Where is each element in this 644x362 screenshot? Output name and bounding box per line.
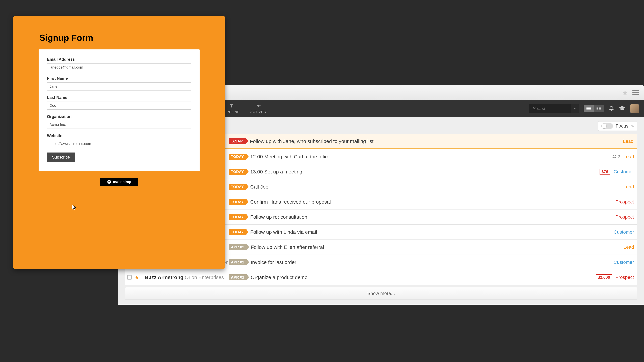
status-badge: Customer xyxy=(614,260,634,265)
row-description: Follow up with Jane, who subscribed to y… xyxy=(250,138,623,144)
row-description: Follow up with Ellen after referral xyxy=(251,244,624,250)
row-meta: Prospect xyxy=(616,214,634,220)
focus-toggle[interactable] xyxy=(601,123,613,129)
funnel-icon xyxy=(229,103,234,109)
svg-rect-8 xyxy=(596,108,598,109)
row-description: 12:00 Meeting with Carl at the office xyxy=(250,154,612,160)
date-badge: TODAY xyxy=(228,169,246,175)
status-badge: Lead xyxy=(624,184,634,190)
show-more-button[interactable]: Show more... xyxy=(125,287,637,300)
date-badge: TODAY xyxy=(228,199,246,205)
view-list-button[interactable] xyxy=(584,105,594,112)
date-badge: APR 02 xyxy=(228,244,247,250)
row-meta: Lead xyxy=(623,139,634,144)
row-meta: Lead xyxy=(624,184,634,190)
svg-point-1 xyxy=(108,181,109,182)
search-dropdown-toggle[interactable]: ▾ xyxy=(571,104,578,113)
svg-point-14 xyxy=(615,155,616,156)
amount-tag: $2,000 xyxy=(596,274,612,280)
row-description: 13:00 Set up a meeting xyxy=(250,169,600,175)
row-description: Confirm Hans received our proposal xyxy=(250,199,615,205)
status-badge: Prospect xyxy=(616,275,634,280)
website-label: Website xyxy=(47,133,191,138)
status-badge: Customer xyxy=(614,169,634,174)
date-badge: APR 02 xyxy=(228,274,247,280)
svg-rect-12 xyxy=(599,109,601,110)
bell-icon[interactable] xyxy=(609,105,614,112)
hamburger-menu-icon[interactable] xyxy=(632,90,639,95)
people-count-icon: 2 xyxy=(612,154,620,159)
row-description: Organize a product demo xyxy=(251,275,596,280)
status-badge: Customer xyxy=(614,229,634,235)
tab-activity[interactable]: ACTIVITY xyxy=(245,100,272,117)
focus-control: Focus ✎ xyxy=(598,121,637,131)
row-description: Call Joe xyxy=(250,184,624,190)
last-name-label: Last Name xyxy=(47,95,191,100)
status-badge: Lead xyxy=(624,245,634,250)
row-meta: Prospect xyxy=(616,199,634,205)
mouse-cursor-icon xyxy=(72,204,76,211)
view-toggle xyxy=(584,105,604,112)
svg-rect-5 xyxy=(586,108,591,109)
email-field[interactable] xyxy=(47,63,191,71)
amount-tag: $76 xyxy=(600,169,610,175)
signup-title: Signup Form xyxy=(40,33,225,43)
organization-label: Organization xyxy=(47,114,191,119)
star-icon[interactable]: ★ xyxy=(134,274,140,281)
pulse-icon xyxy=(256,103,261,109)
date-badge: TODAY xyxy=(228,214,246,220)
status-badge: Lead xyxy=(624,154,634,159)
row-meta: Lead xyxy=(624,245,634,250)
svg-point-13 xyxy=(613,155,614,156)
search-box: ▾ xyxy=(529,104,578,113)
signup-form-panel: Signup Form Email Address First Name Las… xyxy=(14,16,225,269)
first-name-field[interactable] xyxy=(47,82,191,90)
row-meta: Customer xyxy=(614,229,634,235)
svg-rect-6 xyxy=(586,109,591,110)
row-name: Buzz ArmstrongOrion Enterprises xyxy=(145,275,228,280)
search-input[interactable] xyxy=(529,106,571,111)
first-name-label: First Name xyxy=(47,76,191,81)
avatar[interactable] xyxy=(630,104,639,113)
date-badge: APR 02 xyxy=(228,259,247,265)
svg-rect-9 xyxy=(596,109,598,110)
row-meta: 2Lead xyxy=(612,154,634,159)
website-field[interactable] xyxy=(47,140,191,148)
stream-row[interactable]: ★Buzz ArmstrongOrion EnterprisesAPR 02Or… xyxy=(125,270,637,285)
date-badge: ASAP xyxy=(229,138,246,144)
graduation-cap-icon[interactable] xyxy=(619,105,625,112)
status-badge: Prospect xyxy=(616,199,634,205)
row-meta: $76Customer xyxy=(600,169,634,175)
mailchimp-badge: mailchimp xyxy=(100,178,138,186)
pencil-icon[interactable]: ✎ xyxy=(631,124,634,128)
status-badge: Prospect xyxy=(616,214,634,220)
row-meta: Customer xyxy=(614,260,634,265)
row-description: Follow up with Linda via email xyxy=(250,229,614,235)
svg-rect-11 xyxy=(599,108,601,109)
email-label: Email Address xyxy=(47,57,191,62)
mailchimp-label: mailchimp xyxy=(113,180,131,184)
svg-rect-7 xyxy=(596,107,598,107)
bookmark-star-icon[interactable]: ★ xyxy=(622,88,628,97)
organization-field[interactable] xyxy=(47,121,191,129)
row-description: Invoice for last order xyxy=(251,259,614,265)
row-description: Follow up re: consultation xyxy=(250,214,615,220)
svg-point-2 xyxy=(109,181,110,182)
focus-label: Focus xyxy=(616,123,628,129)
svg-point-0 xyxy=(107,180,111,184)
view-split-button[interactable] xyxy=(594,105,604,112)
last-name-field[interactable] xyxy=(47,102,191,110)
svg-rect-10 xyxy=(599,107,601,107)
subscribe-button[interactable]: Subscribe xyxy=(47,152,75,162)
date-badge: TODAY xyxy=(228,154,246,160)
status-badge: Lead xyxy=(623,139,634,144)
signup-card: Email Address First Name Last Name Organ… xyxy=(38,49,200,171)
row-meta: $2,000Prospect xyxy=(596,274,634,280)
date-badge: TODAY xyxy=(228,229,246,235)
svg-rect-4 xyxy=(586,107,591,107)
date-badge: TODAY xyxy=(228,184,246,190)
row-checkbox[interactable] xyxy=(127,275,132,280)
mailchimp-icon xyxy=(107,180,111,184)
